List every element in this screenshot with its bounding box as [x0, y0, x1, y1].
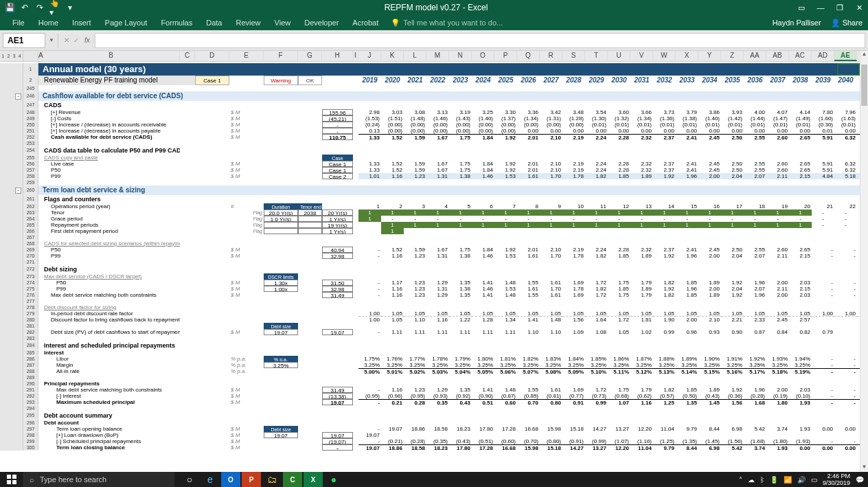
start-button[interactable]	[0, 472, 23, 487]
svg-rect-1	[12, 475, 16, 479]
cortana-icon[interactable]: ○	[180, 472, 199, 487]
powerpoint-icon[interactable]: P	[242, 472, 261, 487]
qat-more-icon[interactable]: ▾	[65, 2, 76, 13]
col-header-C[interactable]: C	[180, 51, 195, 61]
col-header-W[interactable]: W	[653, 51, 676, 61]
ribbon: File Home Insert Page Layout Formulas Da…	[0, 15, 868, 30]
tab-file[interactable]: File	[5, 16, 32, 29]
formula-input[interactable]	[95, 33, 865, 48]
outline-toggle[interactable]: −	[15, 188, 21, 194]
col-header-S[interactable]: S	[562, 51, 585, 61]
col-header-R[interactable]: R	[540, 51, 562, 61]
vertical-scrollbar[interactable]: ▲ ▼	[860, 51, 868, 472]
fx-icon[interactable]: fx	[82, 36, 93, 44]
battery-icon[interactable]: 🔋	[770, 476, 778, 484]
col-header-AE[interactable]: AE	[834, 51, 857, 61]
user-name[interactable]: Haydn Palliser	[773, 19, 821, 27]
col-header-AA[interactable]: AA	[744, 51, 766, 61]
col-header-Q[interactable]: Q	[517, 51, 540, 61]
input-icon[interactable]: ▭	[811, 476, 817, 484]
col-header-AD[interactable]: AD	[812, 51, 834, 61]
ribbon-options-icon[interactable]: ▭	[797, 3, 806, 12]
cancel-formula-icon[interactable]: ✕	[64, 36, 69, 44]
tab-formulas[interactable]: Formulas	[154, 16, 199, 29]
scroll-up-icon[interactable]: ▲	[860, 51, 868, 59]
col-header-AB[interactable]: AB	[766, 51, 789, 61]
outlook-icon[interactable]: O	[221, 472, 240, 487]
close-icon[interactable]: ✕	[854, 3, 864, 12]
bluetooth-icon[interactable]: ᛒ	[760, 476, 764, 484]
minimize-icon[interactable]: —	[816, 3, 825, 12]
col-header-P[interactable]: P	[494, 51, 517, 61]
col-header-N[interactable]: N	[449, 51, 472, 61]
title-bar: 💾 ↶ ↷ 👆▾ ▾ REPFM model v0.27 - Excel ▭ —…	[0, 0, 868, 15]
calc-icon[interactable]: C	[283, 472, 302, 487]
edge-icon[interactable]: e	[201, 472, 220, 487]
col-header-D[interactable]: D	[195, 51, 229, 61]
col-header-O[interactable]: O	[472, 51, 494, 61]
col-header-F[interactable]: F	[264, 51, 298, 61]
col-header-K[interactable]: K	[381, 51, 404, 61]
tab-data[interactable]: Data	[199, 16, 229, 29]
formula-bar-row: AE1 ▼ ✕ ✓ fx	[0, 30, 868, 51]
col-header-I[interactable]: I	[353, 51, 358, 61]
col-header-Y[interactable]: Y	[698, 51, 721, 61]
cloud-icon[interactable]: ☁	[748, 476, 755, 484]
svg-rect-2	[7, 480, 11, 484]
clock[interactable]: 2:46 PM 9/30/2019	[823, 473, 850, 486]
window-title: REPFM model v0.27 - Excel	[76, 3, 797, 12]
name-box-drop[interactable]: ▼	[48, 37, 55, 43]
redo-icon[interactable]: ↷	[34, 2, 45, 13]
tab-pagelayout[interactable]: Page Layout	[98, 16, 155, 29]
col-header-X[interactable]: X	[676, 51, 698, 61]
spotify-icon[interactable]: ●	[324, 472, 343, 487]
svg-rect-0	[7, 475, 11, 479]
tab-home[interactable]: Home	[32, 16, 65, 29]
col-header-T[interactable]: T	[585, 51, 608, 61]
col-header-H[interactable]: H	[322, 51, 353, 61]
excel-icon[interactable]: X	[304, 472, 323, 487]
tray-up-icon[interactable]: ˄	[739, 476, 742, 484]
taskbar: ⌕ Type here to search ○ e O P 🗂 C X ● ˄ …	[0, 472, 868, 487]
save-icon[interactable]: 💾	[4, 2, 15, 13]
outline-level[interactable]: 1234	[0, 51, 23, 61]
tab-review[interactable]: Review	[229, 16, 267, 29]
share-button[interactable]: 👤 Share	[831, 19, 863, 27]
name-box[interactable]: AE1	[3, 33, 45, 48]
column-headers: 1234 ABCDEFGHIJKLMNOPQRSTUVWXYZAAABACADA…	[0, 51, 868, 62]
scroll-down-icon[interactable]: ▼	[860, 464, 868, 472]
tab-acrobat[interactable]: Acrobat	[345, 16, 385, 29]
grid[interactable]: 1Annual model (30 years)2Renewable Energ…	[0, 63, 860, 472]
bulb-icon: 💡	[391, 19, 400, 27]
enter-formula-icon[interactable]: ✓	[73, 36, 79, 44]
col-header-G[interactable]: G	[298, 51, 322, 61]
col-header-U[interactable]: U	[608, 51, 630, 61]
tab-view[interactable]: View	[268, 16, 298, 29]
wifi-icon[interactable]: 📶	[784, 476, 792, 484]
touch-icon[interactable]: 👆▾	[49, 2, 60, 13]
tell-me-input[interactable]: 💡 Tell me what you want to do...	[391, 19, 503, 27]
col-header-E[interactable]: E	[229, 51, 264, 61]
col-header-B[interactable]: B	[43, 51, 180, 61]
col-header-Z[interactable]: Z	[721, 51, 744, 61]
col-header-J[interactable]: J	[358, 51, 381, 61]
col-header-L[interactable]: L	[404, 51, 426, 61]
tab-insert[interactable]: Insert	[65, 16, 98, 29]
notifications-icon[interactable]: 💬	[856, 476, 864, 484]
volume-icon[interactable]: 🔊	[797, 476, 806, 484]
explorer-icon[interactable]: 🗂	[262, 472, 282, 487]
search-icon: ⌕	[30, 475, 34, 484]
col-header-AC[interactable]: AC	[789, 51, 812, 61]
tab-developer[interactable]: Developer	[297, 16, 345, 29]
outline-toggle[interactable]: −	[15, 93, 21, 100]
undo-icon[interactable]: ↶	[19, 2, 30, 13]
svg-rect-3	[12, 480, 16, 484]
maximize-icon[interactable]: ❐	[835, 3, 845, 12]
col-header-M[interactable]: M	[426, 51, 449, 61]
taskbar-search[interactable]: ⌕ Type here to search	[23, 472, 174, 487]
col-header-V[interactable]: V	[630, 51, 653, 61]
scroll-thumb[interactable]	[861, 65, 867, 106]
